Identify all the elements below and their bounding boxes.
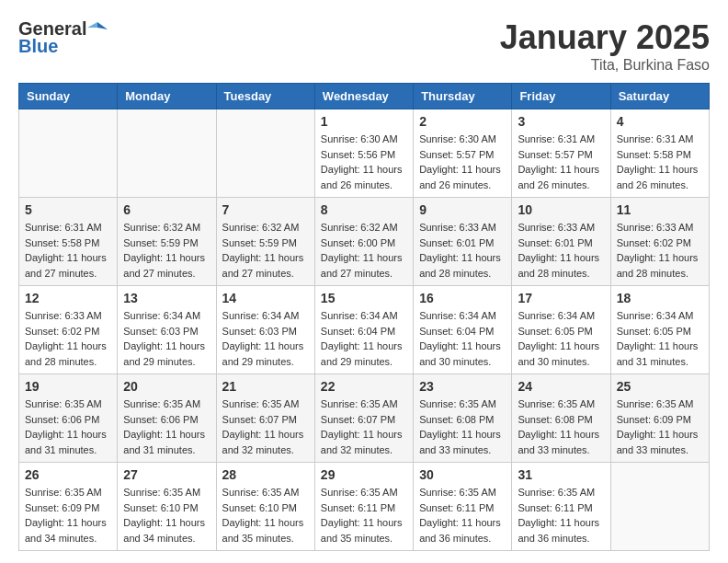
day-info: Sunrise: 6:34 AMSunset: 6:03 PMDaylight:… <box>222 308 309 369</box>
weekday-header-monday: Monday <box>118 84 216 109</box>
day-info: Sunrise: 6:34 AMSunset: 6:03 PMDaylight:… <box>123 308 210 369</box>
calendar-cell: 25Sunrise: 6:35 AMSunset: 6:09 PMDayligh… <box>610 374 709 463</box>
day-info-line: Daylight: 11 hours and 27 minutes. <box>123 250 210 281</box>
calendar-cell: 28Sunrise: 6:35 AMSunset: 6:10 PMDayligh… <box>216 463 314 551</box>
day-info-line: Daylight: 11 hours and 33 minutes. <box>617 427 703 457</box>
day-info-line: Daylight: 11 hours and 29 minutes. <box>321 339 407 369</box>
calendar-cell: 13Sunrise: 6:34 AMSunset: 6:03 PMDayligh… <box>118 286 216 374</box>
day-info-line: Sunset: 6:07 PM <box>321 412 407 428</box>
day-info-line: Sunrise: 6:31 AM <box>617 132 703 147</box>
day-info: Sunrise: 6:33 AMSunset: 6:02 PMDaylight:… <box>617 220 703 281</box>
day-info: Sunrise: 6:35 AMSunset: 6:07 PMDaylight:… <box>222 396 309 457</box>
day-info-line: Daylight: 11 hours and 26 minutes. <box>419 162 506 192</box>
day-info-line: Sunset: 5:57 PM <box>518 147 604 163</box>
day-info-line: Sunset: 6:00 PM <box>321 236 407 251</box>
day-info-line: Sunrise: 6:30 AM <box>321 132 407 147</box>
day-info-line: Daylight: 11 hours and 30 minutes. <box>419 339 506 369</box>
calendar-cell: 30Sunrise: 6:35 AMSunset: 6:11 PMDayligh… <box>414 463 512 551</box>
calendar-cell: 20Sunrise: 6:35 AMSunset: 6:06 PMDayligh… <box>118 374 216 463</box>
day-info: Sunrise: 6:34 AMSunset: 6:05 PMDaylight:… <box>617 308 703 369</box>
day-info-line: Sunrise: 6:35 AM <box>518 396 604 412</box>
day-info-line: Daylight: 11 hours and 26 minutes. <box>518 162 604 192</box>
day-info-line: Daylight: 11 hours and 31 minutes. <box>617 339 703 369</box>
day-info: Sunrise: 6:35 AMSunset: 6:11 PMDaylight:… <box>419 485 506 546</box>
day-info-line: Sunset: 6:10 PM <box>222 500 309 516</box>
logo: General Blue <box>18 18 108 57</box>
calendar-cell: 9Sunrise: 6:33 AMSunset: 6:01 PMDaylight… <box>414 198 512 286</box>
day-info-line: Daylight: 11 hours and 36 minutes. <box>518 515 604 546</box>
day-info: Sunrise: 6:31 AMSunset: 5:58 PMDaylight:… <box>25 220 111 281</box>
weekday-header-thursday: Thursday <box>414 84 512 109</box>
day-info-line: Sunrise: 6:35 AM <box>419 396 506 412</box>
day-number: 25 <box>617 379 703 394</box>
day-info-line: Sunset: 6:05 PM <box>518 324 604 339</box>
day-info-line: Sunset: 6:04 PM <box>419 324 506 339</box>
day-info-line: Sunrise: 6:32 AM <box>321 220 407 236</box>
day-info-line: Daylight: 11 hours and 29 minutes. <box>123 339 210 369</box>
day-number: 19 <box>25 379 111 394</box>
day-info: Sunrise: 6:32 AMSunset: 5:59 PMDaylight:… <box>123 220 210 281</box>
day-number: 17 <box>518 291 604 305</box>
day-info-line: Sunrise: 6:33 AM <box>419 220 506 236</box>
calendar-week-row: 5Sunrise: 6:31 AMSunset: 5:58 PMDaylight… <box>19 198 710 286</box>
day-info-line: Daylight: 11 hours and 27 minutes. <box>25 250 111 281</box>
calendar-cell: 18Sunrise: 6:34 AMSunset: 6:05 PMDayligh… <box>610 286 709 374</box>
day-number: 28 <box>222 467 309 482</box>
day-info-line: Sunset: 6:02 PM <box>25 324 111 339</box>
day-info-line: Sunset: 5:57 PM <box>419 147 506 163</box>
day-info: Sunrise: 6:34 AMSunset: 6:04 PMDaylight:… <box>419 308 506 369</box>
day-info-line: Sunset: 6:07 PM <box>222 412 309 428</box>
day-info: Sunrise: 6:35 AMSunset: 6:11 PMDaylight:… <box>321 485 407 546</box>
day-info-line: Sunset: 6:03 PM <box>123 324 210 339</box>
day-info-line: Sunrise: 6:30 AM <box>419 132 506 147</box>
calendar-cell <box>118 109 216 198</box>
day-info-line: Daylight: 11 hours and 26 minutes. <box>321 162 407 192</box>
day-info-line: Sunset: 5:59 PM <box>222 236 309 251</box>
day-info-line: Sunrise: 6:34 AM <box>222 308 309 324</box>
day-info-line: Daylight: 11 hours and 35 minutes. <box>321 515 407 546</box>
day-number: 18 <box>617 291 703 305</box>
day-info-line: Daylight: 11 hours and 30 minutes. <box>518 339 604 369</box>
day-number: 14 <box>222 291 309 305</box>
day-info: Sunrise: 6:35 AMSunset: 6:10 PMDaylight:… <box>222 485 309 546</box>
calendar-cell: 31Sunrise: 6:35 AMSunset: 6:11 PMDayligh… <box>512 463 610 551</box>
calendar-cell: 27Sunrise: 6:35 AMSunset: 6:10 PMDayligh… <box>118 463 216 551</box>
day-info-line: Sunset: 6:11 PM <box>321 500 407 516</box>
calendar-week-row: 19Sunrise: 6:35 AMSunset: 6:06 PMDayligh… <box>19 374 710 463</box>
calendar-cell: 24Sunrise: 6:35 AMSunset: 6:08 PMDayligh… <box>512 374 610 463</box>
day-info-line: Sunrise: 6:35 AM <box>321 485 407 500</box>
day-info-line: Sunrise: 6:35 AM <box>518 485 604 500</box>
day-info: Sunrise: 6:35 AMSunset: 6:09 PMDaylight:… <box>617 396 703 457</box>
day-number: 31 <box>518 467 604 482</box>
location-title: Tita, Burkina Faso <box>500 57 710 74</box>
day-info-line: Sunrise: 6:35 AM <box>123 485 210 500</box>
day-info-line: Daylight: 11 hours and 28 minutes. <box>518 250 604 281</box>
calendar-cell: 23Sunrise: 6:35 AMSunset: 6:08 PMDayligh… <box>414 374 512 463</box>
day-info: Sunrise: 6:33 AMSunset: 6:01 PMDaylight:… <box>419 220 506 281</box>
day-info-line: Daylight: 11 hours and 34 minutes. <box>25 515 111 546</box>
calendar-cell: 7Sunrise: 6:32 AMSunset: 5:59 PMDaylight… <box>216 198 314 286</box>
weekday-header-wednesday: Wednesday <box>314 84 413 109</box>
day-info: Sunrise: 6:30 AMSunset: 5:56 PMDaylight:… <box>321 132 407 192</box>
calendar-table: SundayMondayTuesdayWednesdayThursdayFrid… <box>18 83 710 551</box>
day-info-line: Sunset: 6:08 PM <box>518 412 604 428</box>
day-number: 4 <box>617 114 703 129</box>
day-info: Sunrise: 6:32 AMSunset: 5:59 PMDaylight:… <box>222 220 309 281</box>
day-number: 8 <box>321 202 407 217</box>
weekday-header-friday: Friday <box>512 84 610 109</box>
day-number: 6 <box>123 202 210 217</box>
calendar-cell <box>216 109 314 198</box>
day-info: Sunrise: 6:31 AMSunset: 5:57 PMDaylight:… <box>518 132 604 192</box>
logo-wordmark: General Blue <box>18 18 108 57</box>
calendar-cell: 19Sunrise: 6:35 AMSunset: 6:06 PMDayligh… <box>19 374 118 463</box>
day-number: 1 <box>321 114 407 129</box>
weekday-header-row: SundayMondayTuesdayWednesdayThursdayFrid… <box>19 84 710 109</box>
day-info: Sunrise: 6:35 AMSunset: 6:08 PMDaylight:… <box>419 396 506 457</box>
day-number: 16 <box>419 291 506 305</box>
day-number: 7 <box>222 202 309 217</box>
day-info-line: Sunset: 6:10 PM <box>123 500 210 516</box>
day-info: Sunrise: 6:34 AMSunset: 6:05 PMDaylight:… <box>518 308 604 369</box>
day-info-line: Daylight: 11 hours and 28 minutes. <box>25 339 111 369</box>
day-info-line: Daylight: 11 hours and 34 minutes. <box>123 515 210 546</box>
day-number: 10 <box>518 202 604 217</box>
